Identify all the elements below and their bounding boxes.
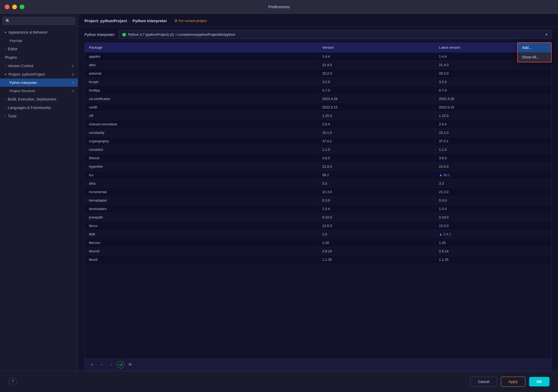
sidebar-item-label: Keymap	[10, 39, 22, 43]
package-latest-version: 3.3	[435, 179, 551, 188]
table-row[interactable]: filelock3.6.03.6.0	[85, 154, 551, 162]
table-row[interactable]: libiconv1.161.16	[85, 239, 551, 247]
chevron-icon: ›	[5, 106, 6, 109]
table-row[interactable]: libxml22.9.142.9.14	[85, 247, 551, 256]
sidebar-item-project-structure[interactable]: Project Structure ⧉	[0, 87, 78, 95]
table-row[interactable]: cffi1.15.01.15.0	[85, 112, 551, 120]
table-row[interactable]: bcrypt3.2.03.2.0	[85, 78, 551, 86]
package-version: 1.0.4	[318, 205, 435, 213]
show-all-button[interactable]: Show All...	[518, 52, 551, 62]
table-toolbar: + − ↑ ↺ 👁	[85, 359, 551, 371]
package-latest-version: 2.9.14	[435, 247, 551, 255]
table-body[interactable]: appdirs1.4.41.4.4attrs21.4.021.4.0automa…	[85, 52, 551, 359]
sidebar-item-plugins[interactable]: Plugins	[0, 53, 78, 62]
package-latest-version: 0.7.0	[435, 86, 551, 94]
package-version: 1.1.35	[318, 256, 435, 264]
chevron-icon: ›	[5, 64, 6, 67]
table-row[interactable]: cssselect1.1.01.1.0	[85, 145, 551, 154]
table-row[interactable]: itemadapter0.3.00.3.0	[85, 196, 551, 205]
package-name: charset-normalizer	[85, 120, 318, 128]
table-row[interactable]: incremental21.3.021.3.0	[85, 188, 551, 196]
table-row[interactable]: jmespath0.10.00.10.0	[85, 213, 551, 222]
package-version: 21.0.0	[318, 162, 435, 171]
search-box[interactable]: 🔍	[3, 17, 75, 25]
table-row[interactable]: ca-certificates2022.4.262022.4.26	[85, 95, 551, 103]
package-name: libffi	[85, 230, 318, 238]
package-latest-version: 0.10.0	[435, 213, 551, 221]
table-row[interactable]: idna3.33.3	[85, 179, 551, 188]
interpreter-value: Python 3.7 (pythonProject) (2) ~/.conda/…	[128, 33, 543, 37]
package-version: 21.3.0	[318, 188, 435, 196]
help-button[interactable]: ?	[8, 377, 17, 386]
package-latest-version: 2.0.4	[435, 120, 551, 128]
eye-button[interactable]: 👁	[127, 361, 134, 368]
package-version: 2.9.14	[318, 247, 435, 255]
search-input[interactable]	[12, 19, 72, 23]
table-row[interactable]: libcxx12.0.012.0.0	[85, 222, 551, 230]
package-name: incremental	[85, 188, 318, 196]
package-table: Package Version Latest version appdirs1.…	[84, 43, 552, 371]
package-name: idna	[85, 179, 318, 188]
minimize-button[interactable]	[12, 4, 17, 9]
table-row[interactable]: attrs21.4.021.4.0	[85, 61, 551, 69]
sidebar-item-project[interactable]: ▾ Project: pythonProject ⧉	[0, 70, 78, 79]
sidebar-item-label: Project: pythonProject	[8, 72, 45, 76]
package-latest-version: 0.3.0	[435, 196, 551, 204]
remove-package-button[interactable]: −	[98, 361, 105, 368]
sidebar-item-python-interpreter[interactable]: Python Interpreter ⧉	[0, 79, 78, 87]
package-latest-version: 1.1.0	[435, 145, 551, 154]
maximize-button[interactable]	[20, 4, 24, 9]
table-row[interactable]: constantly15.1.015.1.0	[85, 129, 551, 137]
for-current-project-link[interactable]: ⚙ For current project	[174, 19, 207, 23]
package-latest-version: 3.2.0	[435, 78, 551, 86]
table-row[interactable]: certifi2022.6.152022.6.15	[85, 103, 551, 112]
interpreter-select[interactable]: Python 3.7 (pythonProject) (2) ~/.conda/…	[119, 30, 552, 39]
table-row[interactable]: icu58.2▲ 68.1	[85, 171, 551, 179]
apply-button[interactable]: Apply	[501, 377, 525, 387]
chevron-icon: ›	[5, 47, 6, 51]
table-row[interactable]: automat20.2.020.2.0	[85, 69, 551, 78]
package-version: 37.0.1	[318, 137, 435, 145]
sidebar-item-build[interactable]: › Build, Execution, Deployment	[0, 95, 78, 103]
sidebar-item-languages[interactable]: › Languages & Frameworks	[0, 103, 78, 112]
copy-icon: ⧉	[72, 81, 74, 85]
sidebar-item-editor[interactable]: › Editor	[0, 45, 78, 53]
package-version: 20.2.0	[318, 69, 435, 78]
ok-button[interactable]: OK	[529, 377, 550, 386]
package-name: filelock	[85, 154, 318, 162]
sidebar-item-tools[interactable]: › Tools	[0, 112, 78, 120]
package-version: 12.0.0	[318, 222, 435, 230]
package-version: 3.2.0	[318, 78, 435, 86]
refresh-button[interactable]: ↺	[117, 361, 124, 368]
table-row[interactable]: itemloaders1.0.41.0.4	[85, 205, 551, 213]
package-latest-version: 1.1.35	[435, 256, 551, 264]
table-row[interactable]: libffi3.3▲ 3.4.2	[85, 230, 551, 239]
cancel-button[interactable]: Cancel	[470, 377, 497, 387]
sidebar-item-label: Project Structure	[10, 89, 35, 93]
add-interpreter-button[interactable]: Add...	[518, 43, 551, 52]
sidebar: 🔍 ▾ Appearance & Behavior Keymap › Edito…	[0, 14, 78, 371]
sidebar-item-version-control[interactable]: › Version Control ⧉	[0, 62, 78, 70]
package-latest-version: ▲ 3.4.2	[435, 230, 551, 238]
dialog-buttons: Cancel Apply OK	[470, 377, 550, 387]
package-latest-version: 2022.6.15	[435, 103, 551, 111]
table-row[interactable]: hyperlink21.0.021.0.0	[85, 162, 551, 171]
main-layout: 🔍 ▾ Appearance & Behavior Keymap › Edito…	[0, 14, 558, 371]
up-button[interactable]: ↑	[107, 361, 115, 368]
package-name: brotlipy	[85, 86, 318, 94]
table-row[interactable]: brotlipy0.7.00.7.0	[85, 86, 551, 95]
window-title: Preferences	[268, 4, 290, 9]
breadcrumb-project: Project: pythonProject	[84, 19, 127, 23]
table-row[interactable]: appdirs1.4.41.4.4	[85, 52, 551, 61]
table-row[interactable]: libxslt1.1.351.1.35	[85, 256, 551, 264]
sidebar-item-label: Appearance & Behavior	[8, 30, 48, 34]
table-row[interactable]: charset-normalizer2.0.42.0.4	[85, 120, 551, 129]
add-package-button[interactable]: +	[88, 361, 96, 368]
sidebar-item-label: Tools	[8, 114, 17, 118]
package-version: 0.3.0	[318, 196, 435, 204]
table-row[interactable]: cryptography37.0.137.0.1	[85, 137, 551, 145]
sidebar-item-keymap[interactable]: Keymap	[0, 37, 78, 45]
close-button[interactable]	[5, 4, 10, 9]
package-name: bcrypt	[85, 78, 318, 86]
sidebar-item-appearance[interactable]: ▾ Appearance & Behavior	[0, 28, 78, 37]
